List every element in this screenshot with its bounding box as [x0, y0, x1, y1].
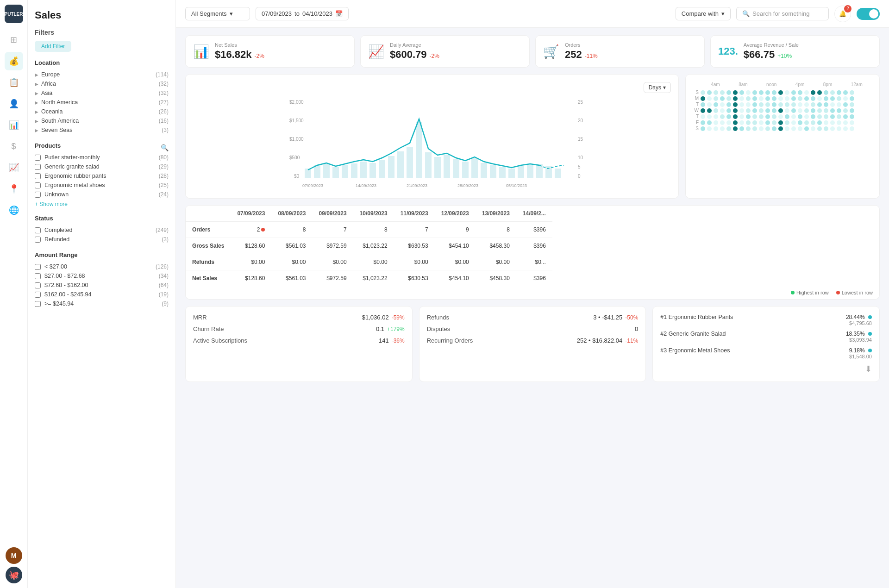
heatmap-dot: [778, 90, 783, 95]
filter-item-oceania[interactable]: ▶Oceania (26): [35, 107, 169, 116]
kpi-daily-avg-change: -2%: [430, 53, 439, 59]
svg-rect-31: [490, 165, 496, 178]
heatmap-dot: [701, 102, 705, 107]
orders-metrics-card: Refunds 3 • -$41.25 -50% Disputes 0 Recu…: [419, 306, 646, 382]
heatmap-dot: [798, 90, 802, 95]
sidebar-item-analytics[interactable]: 📈: [5, 158, 23, 177]
show-more-products[interactable]: + Show more: [35, 201, 169, 207]
filter-amount-162-245[interactable]: $162.00 - $245.94(19): [35, 290, 169, 299]
filter-item-asia[interactable]: ▶Asia (32): [35, 88, 169, 98]
chevron-right-icon: ▶: [35, 72, 38, 77]
heatmap-dot: [837, 120, 841, 125]
svg-text:07/09/2023: 07/09/2023: [302, 183, 323, 188]
chevron-down-icon: ▾: [663, 84, 666, 91]
filter-status-completed[interactable]: Completed(249): [35, 225, 169, 235]
heatmap-dot: [701, 90, 705, 95]
download-button[interactable]: ⬇: [865, 364, 872, 374]
segment-select[interactable]: All Segments ▾: [185, 7, 250, 20]
heatmap-grid: SMTWTFS: [693, 90, 872, 131]
refunds-row: Refunds 3 • -$41.25 -50%: [427, 314, 639, 321]
heatmap-dot: [850, 90, 854, 95]
svg-text:20: 20: [578, 118, 583, 123]
heatmap-dot: [798, 102, 802, 107]
chevron-right-icon: ▶: [35, 81, 38, 87]
svg-text:25: 25: [578, 100, 583, 105]
amount-range-title: Amount Range: [35, 251, 169, 258]
heatmap-dot: [739, 96, 744, 101]
chevron-right-icon: ▶: [35, 119, 38, 124]
heatmap-dot: [811, 96, 815, 101]
filter-item-europe[interactable]: ▶Europe (114): [35, 70, 169, 79]
filter-product-granite[interactable]: Generic granite salad(29): [35, 162, 169, 171]
product-dot-icon: [868, 349, 872, 352]
svg-rect-19: [379, 160, 385, 178]
heatmap-dot: [843, 114, 848, 119]
kpi-avg-revenue-value: $66.75: [744, 49, 775, 61]
filter-item-africa[interactable]: ▶Africa (32): [35, 79, 169, 88]
heatmap-dot: [765, 90, 770, 95]
filter-status-refunded[interactable]: Refunded(3): [35, 235, 169, 244]
products-search-icon[interactable]: 🔍: [161, 144, 169, 151]
sidebar-item-orders[interactable]: 📋: [5, 73, 23, 92]
theme-toggle[interactable]: [857, 8, 880, 20]
heatmap-dot: [752, 96, 757, 101]
col-header-08: 08/09/2023: [271, 206, 312, 222]
sidebar-item-map[interactable]: 📍: [5, 180, 23, 198]
svg-rect-26: [444, 155, 450, 178]
amount-range-filter-section: Amount Range < $27.00(126) $27.00 - $72.…: [35, 251, 169, 308]
svg-text:5: 5: [578, 164, 581, 169]
heatmap-dot: [707, 102, 712, 107]
date-range-picker[interactable]: 07/09/2023 to 04/10/2023 📅: [256, 7, 349, 20]
days-toggle-button[interactable]: Days ▾: [644, 82, 671, 93]
svg-text:$0: $0: [294, 174, 300, 179]
filter-product-metal-shoes[interactable]: Ergonomic metal shoes(25): [35, 181, 169, 190]
user-avatar-emoji[interactable]: 🐙: [6, 567, 22, 583]
sidebar-item-dashboard[interactable]: ⊞: [5, 31, 23, 49]
heatmap-dot: [798, 114, 802, 119]
filter-amount-lt27[interactable]: < $27.00(126): [35, 262, 169, 271]
heatmap-dot: [791, 96, 796, 101]
row-label-gross-sales: Gross Sales: [186, 238, 231, 254]
heatmap-dot: [707, 114, 712, 119]
heatmap-dot: [752, 102, 757, 107]
sidebar-item-customers[interactable]: 👤: [5, 94, 23, 113]
add-filter-button[interactable]: Add Filter: [35, 41, 71, 52]
kpi-net-sales-value: $16.82k: [215, 49, 252, 61]
heatmap-dot: [765, 120, 770, 125]
heatmap-dot: [778, 126, 783, 131]
kpi-avg-revenue-change: +10%: [777, 53, 792, 59]
heatmap-dot: [746, 102, 751, 107]
filter-amount-72-162[interactable]: $72.68 - $162.00(64): [35, 281, 169, 290]
col-header-13: 13/09/2023: [476, 206, 516, 222]
cell-orders-07: 2: [231, 222, 271, 238]
svg-rect-32: [499, 167, 506, 178]
compare-with-button[interactable]: Compare with ▾: [676, 7, 731, 20]
kpi-daily-avg: 📈 Daily Average $600.79 -2%: [360, 35, 530, 68]
heatmap-dot: [759, 126, 764, 131]
search-box[interactable]: 🔍 Search for something: [736, 7, 829, 20]
sidebar-item-revenue[interactable]: $: [5, 137, 23, 156]
heatmap-dot: [817, 126, 822, 131]
filter-product-unknown[interactable]: Unknown(24): [35, 190, 169, 199]
sidebar-item-reports[interactable]: 📊: [5, 116, 23, 134]
mrr-row: MRR $1,036.02 -59%: [193, 314, 405, 321]
filter-amount-gte245[interactable]: >= $245.94(9): [35, 299, 169, 308]
kpi-orders-label: Orders: [565, 42, 598, 48]
disputes-row: Disputes 0: [427, 325, 639, 332]
filter-item-south-america[interactable]: ▶South America (16): [35, 116, 169, 125]
heatmap-dot: [811, 108, 815, 113]
notification-badge: 2: [844, 5, 851, 13]
chevron-right-icon: ▶: [35, 109, 38, 114]
heatmap-dot: [785, 126, 789, 131]
heatmap-dot: [850, 102, 854, 107]
notification-button[interactable]: 🔔 2: [834, 6, 851, 22]
filter-amount-27-72[interactable]: $27.00 - $72.68(34): [35, 271, 169, 281]
sidebar-item-sales[interactable]: 💰: [5, 52, 23, 70]
filter-item-seven-seas[interactable]: ▶Seven Seas (3): [35, 125, 169, 135]
user-avatar-m[interactable]: M: [6, 547, 22, 564]
filter-product-rubber-pants[interactable]: Ergonomic rubber pants(28): [35, 171, 169, 181]
filter-product-putler[interactable]: Putler starter-monthly(80): [35, 153, 169, 162]
svg-rect-36: [536, 164, 543, 178]
sidebar-item-globe[interactable]: 🌐: [5, 201, 23, 219]
filter-item-north-america[interactable]: ▶North America (27): [35, 98, 169, 107]
